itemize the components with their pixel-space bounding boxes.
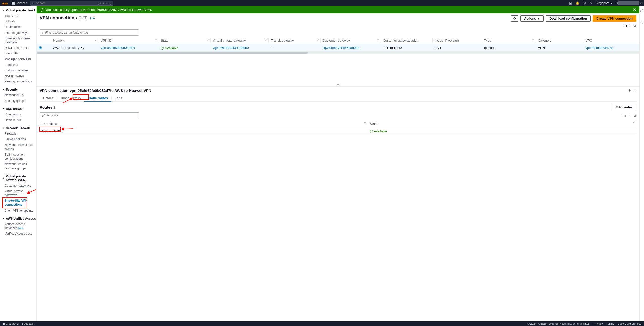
sidebar-item-peering[interactable]: Peering connections <box>3 79 36 84</box>
table-settings-button[interactable]: ⚙ <box>633 114 636 118</box>
sidebar-item-customer-gateways[interactable]: Customer gateways <box>3 183 36 188</box>
sort-icon[interactable]: ▽ <box>265 39 267 41</box>
sidebar-item-virtual-private-gateways[interactable]: Virtual private gateways <box>3 188 36 198</box>
split-handle[interactable]: ═ <box>37 84 639 86</box>
sidebar-item-dhcp[interactable]: DHCP option sets <box>3 45 36 51</box>
settings-icon[interactable]: ⚙ <box>589 1 592 5</box>
account-menu[interactable]: C▮▮▮▮▮▮▮▮▮▮ ▾ <box>616 1 642 5</box>
sidebar-item-firewall-policies[interactable]: Firewall policies <box>3 136 36 142</box>
sidebar-item-tls-inspection[interactable]: TLS inspection configurations <box>3 152 36 161</box>
routes-filter-input[interactable] <box>44 114 137 117</box>
sidebar-group-title[interactable]: ▼AWS Verified Access <box>3 216 36 221</box>
row-radio[interactable] <box>39 46 42 49</box>
sort-icon[interactable]: ▽ <box>532 39 534 41</box>
col-vpc[interactable]: VPC <box>583 37 639 44</box>
tab-tags[interactable]: Tags <box>112 95 125 101</box>
col-vgw[interactable]: Virtual private gateway▽ <box>211 37 269 44</box>
sidebar-item-security-groups[interactable]: Security groups <box>3 98 36 104</box>
prev-page-button[interactable]: 〈 <box>621 24 624 28</box>
resource-filter-input[interactable] <box>45 31 137 34</box>
edit-icon[interactable]: ✎ <box>63 39 65 42</box>
region-selector[interactable]: Singapore▾ <box>596 1 612 5</box>
col-vpn-id[interactable]: VPN ID▽ <box>98 37 159 44</box>
resource-filter[interactable]: ⌕ <box>40 29 139 36</box>
notifications-icon[interactable]: 🔔 <box>575 1 579 5</box>
scrollbar-thumb[interactable] <box>37 52 308 54</box>
col-ip-prefixes[interactable]: IP prefixes▽ <box>40 120 368 127</box>
routes-filter[interactable]: ⌕ <box>40 112 139 118</box>
sidebar-item-internet-gateways[interactable]: Internet gateways <box>3 30 36 36</box>
sidebar-item-client-vpn[interactable]: Client VPN endpoints <box>3 208 36 213</box>
col-state[interactable]: State▽ <box>368 120 637 127</box>
col-inside-ip[interactable]: Inside IP version <box>433 37 482 44</box>
table-row[interactable]: AWS-to-Huawei-VPN vpn-05cfd69fe0b082d7f … <box>37 44 639 52</box>
sidebar-item-your-vpcs[interactable]: Your VPCs <box>3 13 36 19</box>
edit-routes-button[interactable]: Edit routes <box>612 104 636 110</box>
col-cgw-addr[interactable]: Customer gateway add... <box>381 37 432 44</box>
download-configuration-button[interactable]: Download configuration <box>546 15 591 22</box>
sidebar-group-title[interactable]: ▼DNS firewall <box>3 106 36 112</box>
sidebar-group-title[interactable]: ▼Virtual private cloud <box>3 8 36 13</box>
sidebar-item-route-tables[interactable]: Route tables <box>3 24 36 30</box>
sidebar-item-nf-rule-groups[interactable]: Network Firewall rule groups <box>3 142 36 152</box>
col-tgw[interactable]: Transit gateway▽ <box>269 37 320 44</box>
sidebar-item-network-acls[interactable]: Network ACLs <box>3 92 36 98</box>
sidebar-item-nat-gateways[interactable]: NAT gateways <box>3 73 36 79</box>
sidebar-item-egress-only[interactable]: Egress-only internet gateways <box>3 36 36 45</box>
col-name[interactable]: Name✎▽ <box>51 37 98 44</box>
col-category[interactable]: Category <box>536 37 583 44</box>
cell-cgw-link[interactable]: cgw-05ebc344ef64ad0a2 <box>323 46 359 50</box>
sort-icon[interactable]: ▽ <box>207 39 209 41</box>
col-state[interactable]: State▽ <box>159 37 211 44</box>
sort-icon[interactable]: ▽ <box>633 122 634 124</box>
sort-icon[interactable]: ▽ <box>95 39 96 41</box>
sidebar-group-title[interactable]: ▼Network Firewall <box>3 125 36 131</box>
cell-vpn-id-link[interactable]: vpn-05cfd69fe0b082d7f <box>100 46 135 50</box>
sidebar-item-subnets[interactable]: Subnets <box>3 19 36 24</box>
sort-icon[interactable]: ▽ <box>155 39 157 41</box>
sidebar-group-title[interactable]: ▼Virtual private network (VPN) <box>3 174 36 183</box>
sidebar-item-verified-access-instances[interactable]: Verified Access instancesNew <box>3 221 36 231</box>
sidebar-group-title[interactable]: ▼Security <box>3 87 36 92</box>
create-vpn-connection-button[interactable]: Create VPN connection <box>593 15 636 22</box>
next-page-button[interactable]: 〉 <box>629 24 632 28</box>
tab-details[interactable]: Details <box>40 95 57 101</box>
tab-tunnel-details[interactable]: Tunnel details <box>57 95 84 101</box>
sidebar-item-domain-lists[interactable]: Domain lists <box>3 117 36 123</box>
sidebar-item-verified-access-trust[interactable]: Verified Access trust <box>3 231 36 236</box>
sidebar-item-prefix-lists[interactable]: Managed prefix lists <box>3 56 36 62</box>
actions-button[interactable]: Actions▼ <box>520 15 544 22</box>
gear-icon[interactable]: ◴ <box>640 21 643 24</box>
table-settings-button[interactable]: ⚙ <box>633 24 636 28</box>
aws-logo[interactable]: aws <box>2 1 8 5</box>
sort-icon[interactable]: ▽ <box>317 39 319 41</box>
cell-vgw-link[interactable]: vgw-06f1f82943e180b50 <box>213 46 249 50</box>
sidebar-item-firewalls[interactable]: Firewalls <box>3 131 36 136</box>
sidebar-item-elastic-ips[interactable]: Elastic IPs <box>3 51 36 56</box>
sidebar-item-nf-resource-groups[interactable]: Network Firewall resource groups <box>3 161 36 171</box>
help-icon[interactable]: ⓘ <box>583 1 586 5</box>
sidebar-item-rule-groups[interactable]: Rule groups <box>3 112 36 117</box>
services-menu[interactable]: Services <box>10 1 29 5</box>
cloudshell-icon[interactable]: ▣ <box>569 1 572 5</box>
details-close-icon[interactable]: ✕ <box>634 88 636 92</box>
info-link[interactable]: Info <box>90 17 95 20</box>
sidebar-item-endpoints[interactable]: Endpoints <box>3 62 36 68</box>
global-search[interactable]: ⌕ [Option+S] <box>30 1 113 6</box>
table-h-scrollbar[interactable] <box>37 52 639 54</box>
details-settings-icon[interactable]: ⚙ <box>628 88 631 92</box>
prev-page-button[interactable]: 〈 <box>619 113 622 118</box>
cell-vpc-link[interactable]: vpc-044b2b7a47ac <box>585 46 613 50</box>
sidebar-item-endpoint-services[interactable]: Endpoint services <box>3 68 36 73</box>
info-icon[interactable]: ⓘ <box>640 9 643 13</box>
sort-icon[interactable]: ▽ <box>377 39 379 41</box>
refresh-button[interactable]: ⟳ <box>511 15 518 22</box>
col-cgw[interactable]: Customer gateway▽ <box>321 37 381 44</box>
search-input[interactable] <box>36 1 98 5</box>
close-banner-button[interactable]: ✕ <box>633 7 636 12</box>
tab-static-routes[interactable]: Static routes <box>84 95 111 101</box>
col-type[interactable]: Type▽ <box>482 37 536 44</box>
sidebar-item-site-to-site-vpn[interactable]: Site-to-Site VPN connections <box>3 198 36 208</box>
next-page-button[interactable]: 〉 <box>628 113 631 118</box>
sort-icon[interactable]: ▽ <box>364 122 366 124</box>
